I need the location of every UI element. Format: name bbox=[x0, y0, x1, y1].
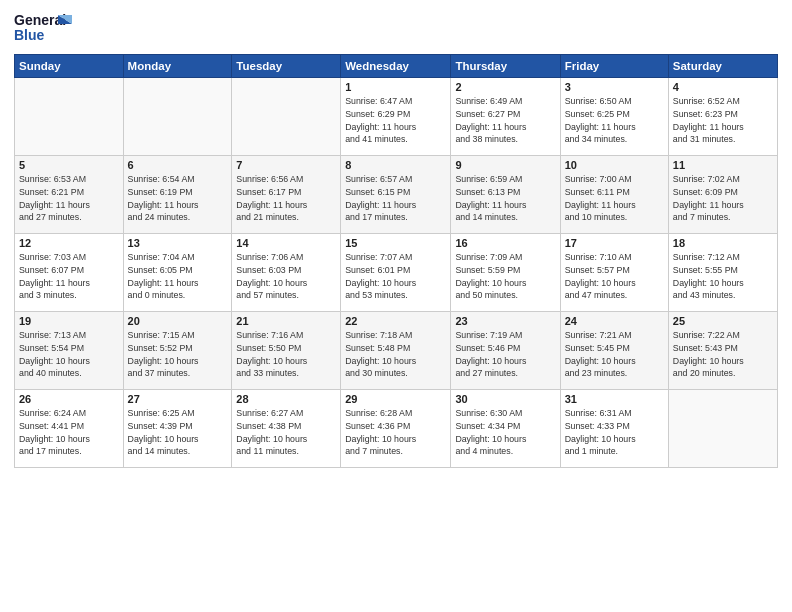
day-info: Sunrise: 6:59 AM Sunset: 6:13 PM Dayligh… bbox=[455, 173, 555, 224]
day-info: Sunrise: 7:09 AM Sunset: 5:59 PM Dayligh… bbox=[455, 251, 555, 302]
day-info: Sunrise: 6:28 AM Sunset: 4:36 PM Dayligh… bbox=[345, 407, 446, 458]
calendar-cell: 23Sunrise: 7:19 AM Sunset: 5:46 PM Dayli… bbox=[451, 312, 560, 390]
calendar-cell: 1Sunrise: 6:47 AM Sunset: 6:29 PM Daylig… bbox=[341, 78, 451, 156]
day-number: 1 bbox=[345, 81, 446, 93]
calendar: SundayMondayTuesdayWednesdayThursdayFrid… bbox=[14, 54, 778, 468]
day-info: Sunrise: 6:25 AM Sunset: 4:39 PM Dayligh… bbox=[128, 407, 228, 458]
calendar-cell: 26Sunrise: 6:24 AM Sunset: 4:41 PM Dayli… bbox=[15, 390, 124, 468]
day-number: 7 bbox=[236, 159, 336, 171]
day-number: 10 bbox=[565, 159, 664, 171]
day-info: Sunrise: 6:53 AM Sunset: 6:21 PM Dayligh… bbox=[19, 173, 119, 224]
day-number: 5 bbox=[19, 159, 119, 171]
calendar-cell: 28Sunrise: 6:27 AM Sunset: 4:38 PM Dayli… bbox=[232, 390, 341, 468]
day-number: 23 bbox=[455, 315, 555, 327]
weekday-header-friday: Friday bbox=[560, 55, 668, 78]
day-number: 18 bbox=[673, 237, 773, 249]
day-info: Sunrise: 6:49 AM Sunset: 6:27 PM Dayligh… bbox=[455, 95, 555, 146]
day-info: Sunrise: 7:18 AM Sunset: 5:48 PM Dayligh… bbox=[345, 329, 446, 380]
svg-text:Blue: Blue bbox=[14, 27, 45, 43]
calendar-cell: 11Sunrise: 7:02 AM Sunset: 6:09 PM Dayli… bbox=[668, 156, 777, 234]
day-number: 29 bbox=[345, 393, 446, 405]
calendar-cell: 4Sunrise: 6:52 AM Sunset: 6:23 PM Daylig… bbox=[668, 78, 777, 156]
day-number: 28 bbox=[236, 393, 336, 405]
calendar-cell: 29Sunrise: 6:28 AM Sunset: 4:36 PM Dayli… bbox=[341, 390, 451, 468]
calendar-cell: 14Sunrise: 7:06 AM Sunset: 6:03 PM Dayli… bbox=[232, 234, 341, 312]
day-number: 26 bbox=[19, 393, 119, 405]
page-container: GeneralBlue SundayMondayTuesdayWednesday… bbox=[0, 0, 792, 478]
calendar-cell: 5Sunrise: 6:53 AM Sunset: 6:21 PM Daylig… bbox=[15, 156, 124, 234]
day-number: 3 bbox=[565, 81, 664, 93]
day-number: 27 bbox=[128, 393, 228, 405]
calendar-cell: 18Sunrise: 7:12 AM Sunset: 5:55 PM Dayli… bbox=[668, 234, 777, 312]
day-info: Sunrise: 7:12 AM Sunset: 5:55 PM Dayligh… bbox=[673, 251, 773, 302]
day-number: 14 bbox=[236, 237, 336, 249]
week-row-4: 19Sunrise: 7:13 AM Sunset: 5:54 PM Dayli… bbox=[15, 312, 778, 390]
day-number: 24 bbox=[565, 315, 664, 327]
day-info: Sunrise: 6:52 AM Sunset: 6:23 PM Dayligh… bbox=[673, 95, 773, 146]
calendar-cell: 17Sunrise: 7:10 AM Sunset: 5:57 PM Dayli… bbox=[560, 234, 668, 312]
day-info: Sunrise: 6:56 AM Sunset: 6:17 PM Dayligh… bbox=[236, 173, 336, 224]
day-number: 16 bbox=[455, 237, 555, 249]
day-number: 21 bbox=[236, 315, 336, 327]
logo: GeneralBlue bbox=[14, 10, 74, 46]
day-number: 30 bbox=[455, 393, 555, 405]
day-info: Sunrise: 7:22 AM Sunset: 5:43 PM Dayligh… bbox=[673, 329, 773, 380]
day-number: 25 bbox=[673, 315, 773, 327]
day-number: 15 bbox=[345, 237, 446, 249]
day-info: Sunrise: 6:47 AM Sunset: 6:29 PM Dayligh… bbox=[345, 95, 446, 146]
calendar-cell: 8Sunrise: 6:57 AM Sunset: 6:15 PM Daylig… bbox=[341, 156, 451, 234]
day-info: Sunrise: 6:24 AM Sunset: 4:41 PM Dayligh… bbox=[19, 407, 119, 458]
weekday-header-tuesday: Tuesday bbox=[232, 55, 341, 78]
day-info: Sunrise: 7:10 AM Sunset: 5:57 PM Dayligh… bbox=[565, 251, 664, 302]
calendar-cell: 20Sunrise: 7:15 AM Sunset: 5:52 PM Dayli… bbox=[123, 312, 232, 390]
day-number: 11 bbox=[673, 159, 773, 171]
day-number: 22 bbox=[345, 315, 446, 327]
day-info: Sunrise: 7:00 AM Sunset: 6:11 PM Dayligh… bbox=[565, 173, 664, 224]
day-info: Sunrise: 7:15 AM Sunset: 5:52 PM Dayligh… bbox=[128, 329, 228, 380]
calendar-cell bbox=[15, 78, 124, 156]
calendar-cell: 3Sunrise: 6:50 AM Sunset: 6:25 PM Daylig… bbox=[560, 78, 668, 156]
day-info: Sunrise: 7:07 AM Sunset: 6:01 PM Dayligh… bbox=[345, 251, 446, 302]
calendar-cell: 27Sunrise: 6:25 AM Sunset: 4:39 PM Dayli… bbox=[123, 390, 232, 468]
calendar-cell: 9Sunrise: 6:59 AM Sunset: 6:13 PM Daylig… bbox=[451, 156, 560, 234]
day-info: Sunrise: 7:16 AM Sunset: 5:50 PM Dayligh… bbox=[236, 329, 336, 380]
day-info: Sunrise: 6:30 AM Sunset: 4:34 PM Dayligh… bbox=[455, 407, 555, 458]
calendar-cell: 21Sunrise: 7:16 AM Sunset: 5:50 PM Dayli… bbox=[232, 312, 341, 390]
weekday-header-saturday: Saturday bbox=[668, 55, 777, 78]
day-number: 12 bbox=[19, 237, 119, 249]
weekday-header-monday: Monday bbox=[123, 55, 232, 78]
weekday-header-sunday: Sunday bbox=[15, 55, 124, 78]
day-number: 9 bbox=[455, 159, 555, 171]
day-info: Sunrise: 6:27 AM Sunset: 4:38 PM Dayligh… bbox=[236, 407, 336, 458]
day-info: Sunrise: 7:02 AM Sunset: 6:09 PM Dayligh… bbox=[673, 173, 773, 224]
day-number: 19 bbox=[19, 315, 119, 327]
day-info: Sunrise: 7:19 AM Sunset: 5:46 PM Dayligh… bbox=[455, 329, 555, 380]
day-info: Sunrise: 6:50 AM Sunset: 6:25 PM Dayligh… bbox=[565, 95, 664, 146]
calendar-cell: 22Sunrise: 7:18 AM Sunset: 5:48 PM Dayli… bbox=[341, 312, 451, 390]
week-row-1: 1Sunrise: 6:47 AM Sunset: 6:29 PM Daylig… bbox=[15, 78, 778, 156]
calendar-cell bbox=[123, 78, 232, 156]
logo-svg: GeneralBlue bbox=[14, 10, 74, 46]
week-row-3: 12Sunrise: 7:03 AM Sunset: 6:07 PM Dayli… bbox=[15, 234, 778, 312]
day-number: 31 bbox=[565, 393, 664, 405]
calendar-cell bbox=[668, 390, 777, 468]
weekday-header-thursday: Thursday bbox=[451, 55, 560, 78]
weekday-header-wednesday: Wednesday bbox=[341, 55, 451, 78]
day-info: Sunrise: 6:54 AM Sunset: 6:19 PM Dayligh… bbox=[128, 173, 228, 224]
calendar-cell: 30Sunrise: 6:30 AM Sunset: 4:34 PM Dayli… bbox=[451, 390, 560, 468]
calendar-cell: 6Sunrise: 6:54 AM Sunset: 6:19 PM Daylig… bbox=[123, 156, 232, 234]
day-number: 8 bbox=[345, 159, 446, 171]
calendar-cell: 12Sunrise: 7:03 AM Sunset: 6:07 PM Dayli… bbox=[15, 234, 124, 312]
calendar-cell: 10Sunrise: 7:00 AM Sunset: 6:11 PM Dayli… bbox=[560, 156, 668, 234]
day-info: Sunrise: 7:13 AM Sunset: 5:54 PM Dayligh… bbox=[19, 329, 119, 380]
day-info: Sunrise: 6:57 AM Sunset: 6:15 PM Dayligh… bbox=[345, 173, 446, 224]
calendar-cell: 16Sunrise: 7:09 AM Sunset: 5:59 PM Dayli… bbox=[451, 234, 560, 312]
day-info: Sunrise: 7:06 AM Sunset: 6:03 PM Dayligh… bbox=[236, 251, 336, 302]
calendar-cell bbox=[232, 78, 341, 156]
day-number: 13 bbox=[128, 237, 228, 249]
calendar-cell: 7Sunrise: 6:56 AM Sunset: 6:17 PM Daylig… bbox=[232, 156, 341, 234]
day-number: 6 bbox=[128, 159, 228, 171]
day-number: 17 bbox=[565, 237, 664, 249]
day-number: 4 bbox=[673, 81, 773, 93]
calendar-cell: 19Sunrise: 7:13 AM Sunset: 5:54 PM Dayli… bbox=[15, 312, 124, 390]
